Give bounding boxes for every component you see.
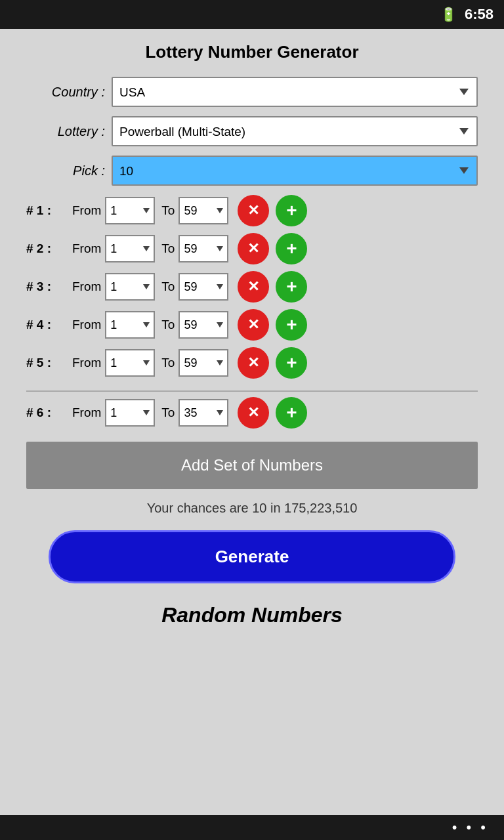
row-6-label: # 6 : (26, 406, 72, 420)
row-3-label: # 3 : (26, 280, 72, 294)
add-row-button-5[interactable]: + (276, 347, 307, 379)
to-select-5[interactable]: 1355969 (178, 349, 228, 377)
from-label-3: From (72, 280, 101, 294)
from-label-5: From (72, 356, 101, 370)
row-4-label: # 4 : (26, 318, 72, 332)
pick-select[interactable]: 1234 5678 910 (112, 156, 478, 186)
page-title: Lottery Number Generator (145, 42, 358, 62)
x-icon-5: ✕ (247, 354, 259, 371)
time-display: 6:58 (465, 6, 494, 23)
random-numbers-title: Random Numbers (161, 603, 343, 627)
to-label-3: To (161, 280, 175, 294)
plus-icon-6: + (286, 404, 297, 422)
plus-icon-3: + (286, 278, 297, 296)
number-rows-top: # 1 : From 12510 To 1355969 ✕ + # 2 : Fr… (26, 195, 478, 385)
to-select-4[interactable]: 1355969 (178, 311, 228, 339)
bottom-bar: • • • (0, 815, 504, 840)
country-label: Country : (26, 85, 105, 100)
remove-button-4[interactable]: ✕ (238, 309, 269, 341)
number-row-3: # 3 : From 12510 To 1355969 ✕ + (26, 271, 478, 303)
section-divider (26, 390, 478, 392)
generate-button[interactable]: Generate (49, 530, 455, 583)
to-label-4: To (161, 318, 175, 332)
to-select-6[interactable]: 1355969 (178, 399, 228, 427)
remove-button-6[interactable]: ✕ (238, 397, 269, 429)
plus-icon-1: + (286, 201, 297, 220)
number-row-5: # 5 : From 12510 To 1355969 ✕ + (26, 347, 478, 379)
plus-icon-2: + (286, 240, 297, 258)
pick-label: Pick : (26, 163, 105, 178)
remove-button-3[interactable]: ✕ (238, 271, 269, 303)
bottom-dots: • • • (452, 819, 488, 836)
x-icon-2: ✕ (247, 240, 259, 257)
plus-icon-5: + (286, 354, 297, 372)
from-select-3[interactable]: 12510 (105, 273, 155, 301)
lottery-select[interactable]: Powerball (Multi-State) Mega Millions Ca… (112, 116, 478, 146)
x-icon-6: ✕ (247, 404, 259, 421)
x-icon-3: ✕ (247, 278, 259, 295)
add-row-button-6[interactable]: + (276, 397, 307, 429)
add-row-button-3[interactable]: + (276, 271, 307, 303)
to-label-6: To (161, 406, 175, 420)
from-label-1: From (72, 203, 101, 218)
remove-button-2[interactable]: ✕ (238, 233, 269, 264)
to-select-2[interactable]: 1355969 (178, 235, 228, 262)
pick-row: Pick : 1234 5678 910 (26, 156, 478, 186)
number-rows-bottom: # 6 : From 12510 To 1355969 ✕ + (26, 397, 478, 435)
from-select-5[interactable]: 12510 (105, 349, 155, 377)
from-select-1[interactable]: 12510 (105, 197, 155, 224)
remove-button-5[interactable]: ✕ (238, 347, 269, 379)
add-row-button-2[interactable]: + (276, 233, 307, 264)
from-label-2: From (72, 242, 101, 256)
add-row-button-4[interactable]: + (276, 309, 307, 341)
number-row-2: # 2 : From 12510 To 1355969 ✕ + (26, 233, 478, 264)
lottery-row: Lottery : Powerball (Multi-State) Mega M… (26, 116, 478, 146)
from-select-4[interactable]: 12510 (105, 311, 155, 339)
row-1-label: # 1 : (26, 203, 72, 218)
lottery-label: Lottery : (26, 124, 105, 139)
plus-icon-4: + (286, 316, 297, 334)
remove-button-1[interactable]: ✕ (238, 195, 269, 226)
from-label-4: From (72, 318, 101, 332)
to-select-1[interactable]: 1355969 (178, 197, 228, 224)
chances-text: Your chances are 10 in 175,223,510 (147, 501, 358, 516)
to-select-3[interactable]: 1355969 (178, 273, 228, 301)
country-row: Country : USA UK Canada Australia (26, 77, 478, 107)
to-label-1: To (161, 203, 175, 218)
number-row-6: # 6 : From 12510 To 1355969 ✕ + (26, 397, 478, 429)
x-icon-1: ✕ (247, 202, 259, 219)
to-label-2: To (161, 242, 175, 256)
status-bar: 🔋 6:58 (0, 0, 504, 29)
number-row-4: # 4 : From 12510 To 1355969 ✕ + (26, 309, 478, 341)
number-row-1: # 1 : From 12510 To 1355969 ✕ + (26, 195, 478, 226)
country-select[interactable]: USA UK Canada Australia (112, 77, 478, 107)
from-label-6: From (72, 406, 101, 420)
to-label-5: To (161, 356, 175, 370)
row-2-label: # 2 : (26, 242, 72, 256)
from-select-2[interactable]: 12510 (105, 235, 155, 262)
main-content: Lottery Number Generator Country : USA U… (0, 29, 504, 815)
battery-icon: 🔋 (440, 7, 457, 22)
add-set-button[interactable]: Add Set of Numbers (26, 442, 478, 489)
from-select-6[interactable]: 12510 (105, 399, 155, 427)
x-icon-4: ✕ (247, 316, 259, 333)
add-row-button-1[interactable]: + (276, 195, 307, 226)
row-5-label: # 5 : (26, 356, 72, 370)
